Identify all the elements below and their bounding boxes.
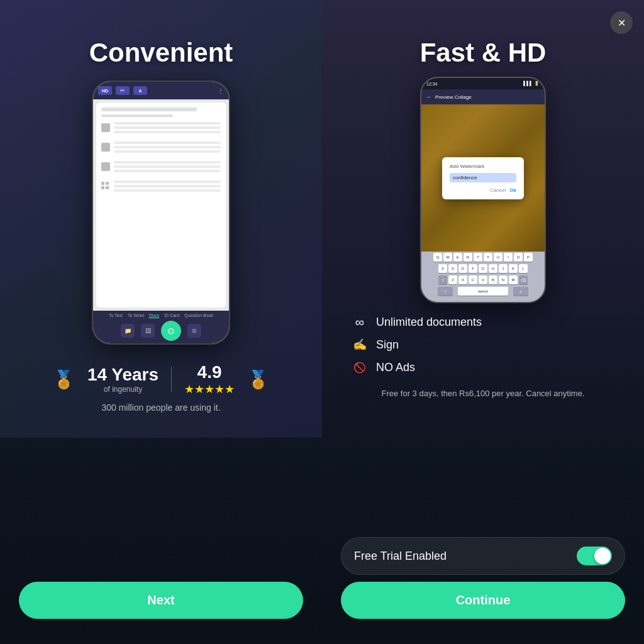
phone-mockup-left: HD ✂ A ⋮ bbox=[92, 80, 230, 345]
key-emoji: ☺ bbox=[438, 287, 453, 296]
key-y: Y bbox=[484, 253, 492, 262]
key-b: B bbox=[489, 275, 497, 284]
right-title: Fast & HD bbox=[420, 38, 547, 68]
watermark-cancel-btn[interactable]: Cancel bbox=[490, 187, 506, 193]
doc-section-icon-3 bbox=[101, 162, 110, 171]
years-value: 14 Years bbox=[87, 365, 158, 385]
key-d: D bbox=[458, 264, 467, 273]
doc-section-lines-4 bbox=[114, 180, 221, 194]
doc-section-icon-2 bbox=[101, 143, 110, 152]
stars-display: ★★★★★ bbox=[184, 382, 235, 396]
watermark-title: Add Watermark bbox=[450, 164, 516, 169]
key-f: F bbox=[469, 264, 477, 273]
years-stat: 14 Years of ingenuity bbox=[87, 365, 158, 394]
key-backspace: ⌫ bbox=[519, 275, 528, 284]
doc-section-lines-2 bbox=[114, 142, 221, 155]
close-icon: ✕ bbox=[618, 17, 626, 29]
feature-sign: ✍ Sign bbox=[351, 336, 615, 353]
tab-to-word: To Word bbox=[128, 313, 144, 318]
keyboard-row-2: A S D F G H J K L bbox=[421, 263, 545, 274]
hd-label: HD bbox=[102, 89, 108, 93]
phone-keyboard: Q W E R T Y U I O P A S D F G H bbox=[421, 252, 545, 302]
keyboard-row-4: ☺ space ↵ bbox=[421, 286, 545, 297]
key-c: C bbox=[469, 275, 477, 284]
nav-icons-row: 📁 🖼 ⊙ ⊞ bbox=[121, 321, 201, 341]
trial-row: Free Trial Enabled bbox=[341, 537, 625, 575]
close-button[interactable]: ✕ bbox=[610, 11, 633, 34]
key-j: J bbox=[499, 264, 508, 273]
album-icon-btn[interactable]: 🖼 bbox=[141, 324, 155, 338]
key-x: X bbox=[458, 275, 467, 284]
text-icon-box: A bbox=[133, 86, 147, 95]
key-p: P bbox=[524, 253, 533, 262]
key-k: K bbox=[509, 264, 518, 273]
phone-screen-right: 12:34 ▌▌▌ 🔋 ← Preview Collage Add Waterm… bbox=[421, 78, 545, 302]
time-display: 12:34 bbox=[426, 82, 438, 86]
phone-mockup-right: 12:34 ▌▌▌ 🔋 ← Preview Collage Add Waterm… bbox=[420, 77, 546, 303]
watermark-input-display: confidence bbox=[450, 173, 516, 182]
trial-toggle[interactable] bbox=[577, 547, 612, 565]
menu-icon: ⋮ bbox=[218, 87, 224, 94]
right-panel: ✕ Fast & HD 12:34 ▌▌▌ 🔋 ← Preview Collag… bbox=[322, 0, 644, 644]
text-icon: A bbox=[138, 89, 142, 93]
keyboard-row-3: ⇧ Z X C V B N M ⌫ bbox=[421, 274, 545, 286]
doc-section-lines-3 bbox=[114, 161, 221, 174]
phone-content-area bbox=[93, 99, 229, 311]
document-display bbox=[96, 103, 226, 308]
doc-section-1 bbox=[101, 122, 221, 135]
phone-screen-left: HD ✂ A ⋮ bbox=[93, 82, 229, 343]
tab-to-text: To Text bbox=[109, 313, 123, 318]
key-return: ↵ bbox=[513, 287, 528, 296]
years-sub: of ingenuity bbox=[87, 385, 158, 394]
key-t: T bbox=[474, 253, 482, 262]
key-l: L bbox=[519, 264, 528, 273]
key-shift: ⇧ bbox=[438, 275, 447, 284]
phone-nav-bar: ← Preview Collage bbox=[421, 89, 545, 104]
key-q: Q bbox=[433, 253, 442, 262]
feature-no-ads-text: NO Ads bbox=[376, 361, 415, 374]
trial-label: Free Trial Enabled bbox=[354, 550, 447, 563]
back-icon: ← bbox=[426, 94, 431, 100]
batch-scan-icon-btn[interactable]: ⊞ bbox=[187, 324, 201, 338]
doc-grid-icon bbox=[101, 182, 110, 189]
key-n: N bbox=[499, 275, 508, 284]
watermark-ok-btn[interactable]: Ok bbox=[509, 187, 516, 193]
rating-value: 4.9 bbox=[184, 362, 235, 382]
nav-title: Preview Collage bbox=[435, 94, 472, 100]
pricing-text: Free for 3 days, then Rs6,100 per year. … bbox=[370, 387, 596, 400]
stat-divider bbox=[171, 367, 172, 392]
doc-section-lines-1 bbox=[114, 122, 221, 135]
unlimited-icon: ∞ bbox=[351, 313, 369, 331]
album-icon: 🖼 bbox=[145, 328, 151, 334]
watermark-buttons: Cancel Ok bbox=[450, 187, 516, 193]
features-list: ∞ Unlimited documents ✍ Sign 🚫 NO Ads bbox=[351, 313, 615, 381]
camera-btn[interactable]: ⊙ bbox=[161, 321, 181, 341]
toggle-knob bbox=[594, 548, 611, 564]
folder-icon: 📁 bbox=[125, 328, 131, 334]
laurel-left: 🏅 bbox=[53, 369, 75, 390]
feature-sign-text: Sign bbox=[376, 338, 399, 352]
next-button[interactable]: Next bbox=[19, 582, 303, 619]
doc-header bbox=[101, 108, 197, 111]
key-w: W bbox=[443, 253, 452, 262]
continue-button[interactable]: Continue bbox=[341, 582, 625, 619]
key-a: A bbox=[438, 264, 447, 273]
doc-section-icon-1 bbox=[101, 123, 110, 132]
folder-icon-btn[interactable]: 📁 bbox=[121, 324, 135, 338]
left-title: Convenient bbox=[89, 38, 233, 68]
doc-section-4 bbox=[101, 180, 221, 194]
phone-status-bar: 12:34 ▌▌▌ 🔋 bbox=[421, 78, 545, 89]
stats-center: 14 Years of ingenuity 4.9 ★★★★★ bbox=[87, 362, 235, 396]
doc-section-2 bbox=[101, 142, 221, 155]
keyboard-row-1: Q W E R T Y U I O P bbox=[421, 252, 545, 263]
key-z: Z bbox=[448, 275, 457, 284]
feature-unlimited-text: Unlimited documents bbox=[376, 316, 482, 329]
key-h: H bbox=[489, 264, 497, 273]
nav-tabs: To Text To Word Docs ID Card Question Bo… bbox=[109, 313, 213, 318]
people-text: 300 million people are using it. bbox=[101, 402, 220, 413]
key-e: E bbox=[453, 253, 462, 262]
phone-bottom-nav: To Text To Word Docs ID Card Question Bo… bbox=[93, 311, 229, 343]
signal-icons: ▌▌▌ 🔋 bbox=[523, 81, 540, 86]
key-v: V bbox=[479, 275, 487, 284]
sign-icon: ✍ bbox=[351, 336, 369, 353]
